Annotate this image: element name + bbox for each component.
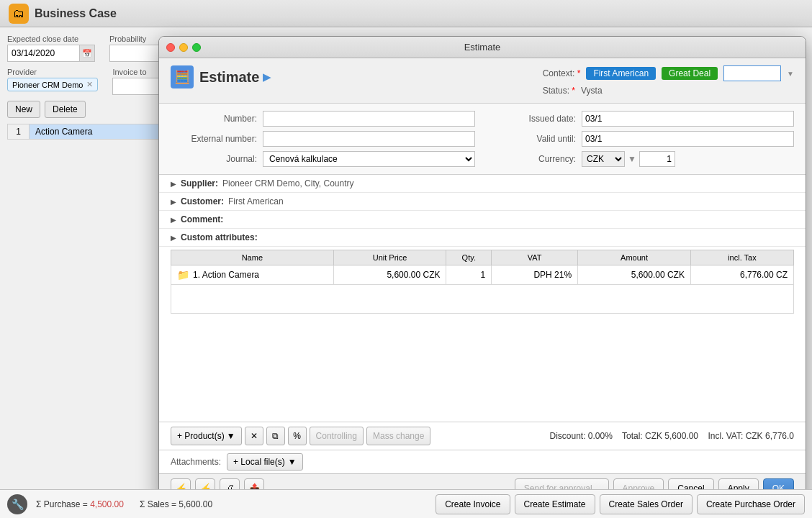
issued-date-row: Issued date: (490, 111, 794, 127)
currency-rate-input[interactable] (639, 151, 675, 167)
number-input[interactable] (263, 111, 475, 127)
mass-change-button[interactable]: Mass change (366, 427, 430, 445)
estimate-form: Number: Issued date: External number: Va… (159, 104, 806, 175)
supplier-label: Supplier: (181, 178, 218, 188)
context-label: Context: * (543, 68, 581, 78)
copy-button[interactable]: ⧉ (266, 427, 285, 445)
comment-label: Comment: (181, 214, 223, 224)
empty-row (171, 285, 794, 314)
currency-label: Currency: (490, 154, 576, 164)
product-table-area: Name Unit Price Qty. VAT Amount incl. Ta… (159, 247, 806, 422)
customer-section: ▶ Customer: First American (159, 193, 806, 211)
estimate-title-area: 🧮 Estimate ▶ (171, 65, 271, 88)
percent-button[interactable]: % (288, 427, 307, 445)
product-table: Name Unit Price Qty. VAT Amount incl. Ta… (171, 250, 794, 314)
customer-label: Customer: (181, 196, 224, 206)
comment-collapse-icon[interactable]: ▶ (171, 216, 176, 224)
supplier-value: Pioneer CRM Demo, City, Country (222, 178, 354, 188)
context-search-input[interactable] (723, 65, 781, 81)
create-purchase-order-button[interactable]: Create Purchase Order (697, 494, 805, 514)
provider-remove-icon[interactable]: ✕ (86, 80, 93, 89)
close-date-label: Expected close date (7, 35, 95, 43)
maximize-button[interactable] (192, 43, 201, 52)
status-value: Vysta (581, 86, 603, 96)
close-button[interactable] (166, 43, 175, 52)
minimize-button[interactable] (179, 43, 188, 52)
col-vat: VAT (492, 250, 578, 265)
valid-until-label: Valid until: (490, 134, 576, 144)
table-toolbar: + Product(s) ▼ ✕ ⧉ % Controlling Mass ch… (159, 422, 806, 450)
clear-button[interactable]: ✕ (245, 427, 263, 445)
journal-label: Journal: (171, 154, 257, 164)
context-dropdown-icon[interactable]: ▼ (787, 70, 794, 78)
sales-stats: Σ Sales = 5,600.00 (132, 499, 212, 509)
attach-dropdown-icon: ▼ (288, 457, 297, 467)
comment-section: ▶ Comment: (159, 211, 806, 229)
folder-icon: 📁 (177, 269, 189, 281)
number-label: Number: (171, 114, 257, 124)
close-date-input[interactable]: 03/14/2020 (7, 45, 79, 62)
dropdown-arrow-icon: ▼ (227, 431, 235, 441)
add-product-button[interactable]: + Product(s) ▼ (171, 427, 242, 445)
purchase-stats: Σ Purchase = 4,500.00 (36, 499, 124, 509)
valid-until-row: Valid until: (490, 131, 794, 147)
estimate-title: Estimate ▶ (199, 69, 271, 86)
journal-dropdown[interactable]: Cenová kalkulace (263, 152, 474, 166)
purchase-value: 4,500.00 (90, 499, 124, 509)
supplier-collapse-icon[interactable]: ▶ (171, 180, 176, 188)
customer-value: First American (228, 196, 284, 206)
create-sales-order-button[interactable]: Create Sales Order (600, 494, 693, 514)
bottom-buttons: Create Invoice Create Estimate Create Sa… (436, 494, 805, 514)
estimate-arrow-icon: ▶ (263, 71, 271, 83)
new-button[interactable]: New (7, 101, 40, 118)
context-tag-great-deal[interactable]: Great Deal (662, 67, 718, 80)
issued-date-input[interactable] (582, 111, 794, 127)
number-row: Number: (171, 111, 475, 127)
context-tag-first-american[interactable]: First American (586, 67, 656, 80)
modal-title: Estimate (464, 42, 501, 53)
status-label: Status: * (543, 86, 575, 96)
estimate-icon: 🧮 (171, 65, 194, 88)
local-files-button[interactable]: + Local file(s) ▼ (227, 453, 303, 471)
traffic-lights[interactable] (166, 43, 201, 52)
calendar-button[interactable]: 📅 (79, 45, 95, 62)
estimate-right: Context: * First American Great Deal ▼ S… (543, 65, 794, 96)
app-title: Business Case (35, 7, 117, 20)
toolbar-left: + Product(s) ▼ ✕ ⧉ % Controlling Mass ch… (171, 427, 430, 445)
controlling-button[interactable]: Controlling (310, 427, 364, 445)
valid-until-input[interactable] (582, 131, 794, 147)
modal-content: 🧮 Estimate ▶ Context: * First American (159, 58, 806, 503)
product-name-cell: 📁 1. Action Camera (171, 265, 334, 285)
provider-label: Provider (7, 68, 98, 76)
discount-text: Discount: 0.00% (549, 431, 612, 441)
create-estimate-button[interactable]: Create Estimate (515, 494, 595, 514)
journal-row: Journal: Cenová kalkulace (171, 151, 475, 167)
context-row: Context: * First American Great Deal ▼ (543, 65, 794, 81)
col-qty: Qty. (446, 250, 492, 265)
create-invoice-button[interactable]: Create Invoice (436, 494, 510, 514)
col-unit-price: Unit Price (333, 250, 446, 265)
product-row-1[interactable]: 📁 1. Action Camera 5,600.00 CZK 1 DPH 21… (171, 265, 794, 285)
currency-controls: CZK ▼ (582, 151, 675, 167)
attachments-row: Attachments: + Local file(s) ▼ (159, 450, 806, 473)
col-incl-tax: incl. Tax (690, 250, 793, 265)
currency-row: Currency: CZK ▼ (490, 151, 794, 167)
estimate-modal: Estimate 🧮 Estimate ▶ Context: * Fir (158, 36, 806, 504)
issued-date-label: Issued date: (490, 114, 576, 124)
customer-collapse-icon[interactable]: ▶ (171, 198, 176, 206)
delete-button[interactable]: Delete (45, 101, 86, 118)
provider-tag[interactable]: Pioneer CRM Demo ✕ (7, 78, 98, 91)
supplier-section: ▶ Supplier: Pioneer CRM Demo, City, Coun… (159, 175, 806, 193)
custom-attrs-collapse-icon[interactable]: ▶ (171, 234, 176, 242)
app-titlebar: 🗂 Business Case (0, 0, 812, 27)
currency-select[interactable]: CZK (582, 151, 625, 167)
tools-icon[interactable]: 🔧 (7, 494, 27, 514)
attachments-label: Attachments: (171, 457, 221, 467)
journal-select[interactable]: Cenová kalkulace (263, 151, 475, 167)
external-number-input[interactable] (263, 131, 475, 147)
qty-cell: 1 (446, 265, 492, 285)
incl-vat-text: Incl. VAT: CZK 6,776.0 (708, 431, 794, 441)
custom-attrs-label: Custom attributes: (181, 232, 258, 242)
currency-arrow-icon: ▼ (628, 154, 636, 164)
vat-cell: DPH 21% (492, 265, 578, 285)
